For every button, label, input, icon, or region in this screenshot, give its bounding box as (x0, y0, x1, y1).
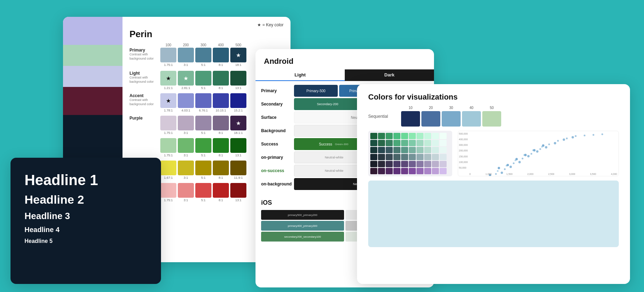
contrast-val: 1.78:1 (160, 109, 176, 112)
contrast-val: 8:1 (213, 176, 229, 179)
swatch-box (160, 161, 176, 175)
perin-title: Perin (130, 29, 284, 40)
heatmap-cell (409, 140, 416, 146)
swatch-box (160, 116, 176, 130)
swatch-num: 100 (160, 43, 176, 47)
heatmap-cell (393, 147, 400, 153)
tab-light[interactable]: Light (255, 69, 345, 81)
svg-point-22 (522, 158, 523, 159)
swatch-box (195, 138, 211, 153)
heatmap-cell (416, 161, 424, 167)
svg-point-33 (497, 170, 498, 172)
heatmap-cell (409, 168, 416, 174)
heatmap-cell (370, 161, 377, 167)
svg-point-25 (548, 143, 550, 145)
swatch-num: 300 (195, 43, 211, 47)
contrast-val: 13:1 (230, 86, 246, 90)
heatmap-cell (424, 161, 431, 167)
swatch-box-accent-star: ★ (160, 93, 176, 108)
star-icon: ★ (257, 22, 261, 27)
contrast-val: 5:1 (195, 86, 211, 90)
sequential-label: Sequential (368, 114, 393, 119)
heatmap-cell (393, 140, 400, 146)
row-sublabel-primary: Contrast withbackground color (130, 53, 158, 61)
swatch-num: 500 (230, 43, 246, 47)
ios-cell: secondary200_secondary100 (261, 232, 344, 242)
swatch-box-purple-star: ★ (230, 116, 246, 130)
contrast-val: 1.75:1 (160, 131, 176, 135)
swatch-box (195, 93, 211, 108)
heatmap-cell (386, 161, 393, 167)
heatmap-cell (432, 140, 439, 146)
heatmap-cell (409, 154, 416, 160)
swatch-box (230, 183, 246, 198)
headline-2: Headline 2 (24, 193, 147, 206)
heatmap-grid (370, 133, 450, 174)
key-color-legend: ★ = Key color (130, 22, 284, 27)
row-label-accent: Accent (130, 93, 158, 98)
svg-point-14 (545, 146, 547, 149)
svg-point-12 (527, 155, 530, 157)
charts-row: 500,000 400,000 300,000 200,000 150,000 … (357, 131, 630, 181)
heatmap-cell (370, 147, 377, 153)
heatmap-cell (401, 140, 408, 146)
heatmap-cell (432, 161, 439, 167)
heatmap-cell (378, 147, 385, 153)
contrast-val: 13:1 (230, 154, 246, 157)
headline-1: Headline 1 (24, 172, 147, 189)
swatch-box (195, 161, 211, 175)
android-label: Success (261, 138, 293, 150)
scatter-chart: 500,000 400,000 300,000 200,000 150,000 … (458, 131, 619, 176)
svg-point-23 (531, 153, 532, 155)
heatmap-cell (370, 140, 377, 146)
swatch-box (230, 71, 246, 86)
viz-title: Colors for visualizations (357, 84, 630, 106)
seq-num: 40 (462, 106, 481, 110)
cell-primary: Primary-500 (294, 85, 338, 97)
heatmap-cell (401, 161, 408, 167)
swatch-box (213, 116, 229, 130)
contrast-val: 18.1:1 (230, 131, 246, 135)
svg-point-11 (518, 161, 521, 163)
seq-box-2 (421, 111, 440, 127)
heatmap-cell (386, 147, 393, 153)
svg-point-32 (486, 176, 488, 176)
tab-dark[interactable]: Dark (345, 69, 434, 81)
heatmap-cell (386, 133, 393, 139)
svg-point-34 (506, 165, 507, 167)
contrast-val: 1.67:1 (160, 176, 176, 179)
heatmap-cell (409, 133, 416, 139)
swatch-box (213, 183, 229, 198)
sequential-swatches: 10 20 30 40 50 (401, 106, 501, 127)
contrast-val: 3:1 (178, 131, 194, 135)
swatch-box (230, 161, 246, 175)
world-map-container (368, 181, 619, 247)
heatmap-cell (378, 161, 385, 167)
swatch-box (178, 93, 194, 108)
heatmap-cell (378, 133, 385, 139)
svg-point-38 (541, 146, 543, 148)
heatmap-cell (409, 161, 416, 167)
contrast-val: 4.03:1 (178, 109, 194, 112)
scatter-svg (469, 133, 617, 176)
swatch-box (160, 138, 176, 153)
heatmap-cell (409, 147, 416, 153)
contrast-val: 8:1 (213, 131, 229, 135)
viz-card: Colors for visualizations Sequential 10 … (357, 84, 630, 284)
heatmap-cell (440, 133, 447, 139)
svg-point-13 (536, 150, 539, 153)
svg-point-10 (510, 166, 512, 168)
contrast-val: 18:1 (230, 63, 246, 67)
seq-num: 50 (482, 106, 501, 110)
seq-num: 10 (401, 106, 420, 110)
heatmap-cell (393, 161, 400, 167)
contrast-val: 6.76:1 (195, 109, 211, 112)
heatmap-cell (401, 154, 408, 160)
headline-3: Headline 3 (24, 211, 147, 222)
heatmap-cell (386, 140, 393, 146)
headline-4: Headline 4 (24, 226, 147, 234)
contrast-val: 1.75:1 (160, 63, 176, 67)
heatmap-cell (393, 168, 400, 174)
contrast-val: 5:1 (195, 63, 211, 67)
android-label: Surface (261, 111, 293, 123)
